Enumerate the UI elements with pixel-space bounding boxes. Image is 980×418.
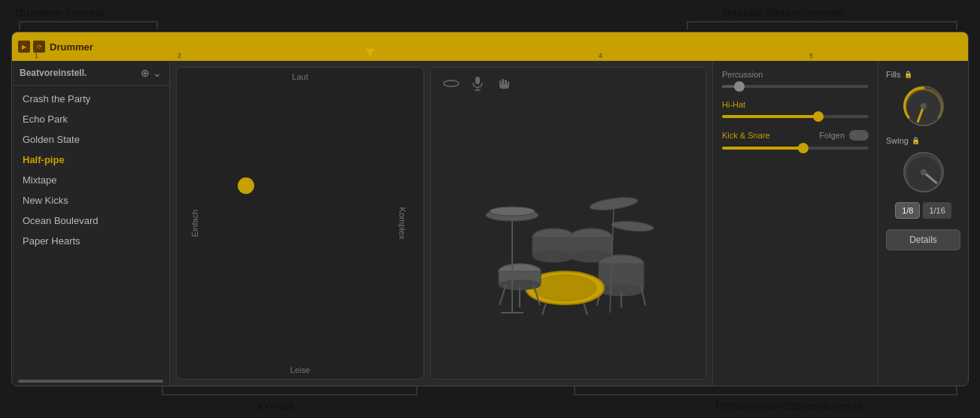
- main-ui: ▶ ⟳ Drummer 1 2 4 5 Beatvoreinstell. ⊕ ⌄: [11, 32, 969, 386]
- ruler-mark-5: 5: [809, 52, 813, 59]
- xy-pad[interactable]: Laut Leise Einfach Komplex: [176, 67, 424, 380]
- drum-panels: Laut Leise Einfach Komplex: [170, 61, 968, 386]
- drumkit-icons: [431, 68, 705, 103]
- sidebar-header-icons: ⊕ ⌄: [141, 67, 162, 79]
- drum-svg-container: [431, 103, 705, 379]
- svg-point-34: [921, 103, 927, 109]
- kick-snare-slider[interactable]: [722, 147, 869, 150]
- xy-label-komplex: Komplex: [399, 207, 408, 240]
- hihat-slider[interactable]: [722, 115, 869, 118]
- svg-point-10: [532, 250, 575, 262]
- ruler-mark-4: 4: [599, 52, 602, 59]
- drumkit-area: [430, 67, 706, 380]
- swing-knob[interactable]: [901, 150, 946, 195]
- fills-label: Fills 🔒: [886, 70, 960, 79]
- svg-point-21: [533, 275, 596, 301]
- percussion-label: Percussion: [722, 70, 869, 79]
- kick-snare-section: Kick & Snare Folgen: [722, 130, 869, 151]
- preset-golden-state[interactable]: Golden State: [12, 129, 169, 150]
- folgen-label: Folgen: [819, 131, 845, 140]
- swing-lock-icon[interactable]: 🔒: [912, 137, 920, 144]
- ruler-mark-2: 2: [177, 52, 181, 59]
- details-button[interactable]: Details: [886, 229, 960, 250]
- svg-line-22: [542, 303, 546, 315]
- percussion-slider[interactable]: [722, 85, 869, 88]
- hihat-section: Hi-Hat: [722, 100, 869, 120]
- content-area: Beatvoreinstell. ⊕ ⌄ Crash the Party Ech…: [12, 61, 968, 386]
- annotation-drumkit-controls: Drumkit-Steuerelemente: [722, 6, 845, 19]
- xy-dot[interactable]: [238, 177, 254, 194]
- sidebar: Beatvoreinstell. ⊕ ⌄ Crash the Party Ech…: [12, 61, 170, 386]
- preset-new-kicks[interactable]: New Kicks: [12, 190, 169, 211]
- preset-mixtape[interactable]: Mixtape: [12, 170, 169, 190]
- hihat-label: Hi-Hat: [722, 100, 869, 109]
- preset-echo-park[interactable]: Echo Park: [12, 109, 169, 129]
- kick-snare-label: Kick & Snare: [722, 131, 770, 140]
- mic-icon[interactable]: [470, 75, 485, 95]
- folgen-toggle[interactable]: [849, 130, 869, 141]
- preset-crash-the-party[interactable]: Crash the Party: [12, 89, 169, 109]
- add-preset-icon[interactable]: ⊕: [141, 67, 150, 79]
- swing-section: Swing 🔒: [886, 136, 960, 195]
- sidebar-scrollbar[interactable]: [18, 380, 163, 383]
- xy-label-laut: Laut: [292, 72, 308, 81]
- chevron-down-icon[interactable]: ⌄: [153, 67, 162, 79]
- drum-illustration: [471, 166, 666, 317]
- svg-line-23: [584, 303, 587, 315]
- bracket-xy-pad: [162, 386, 417, 395]
- svg-point-5: [490, 207, 535, 216]
- fills-lock-icon[interactable]: 🔒: [904, 71, 912, 78]
- percussion-section: Percussion: [722, 70, 869, 89]
- fills-section: Fills 🔒: [886, 70, 960, 129]
- preset-half-pipe[interactable]: Half-pipe: [12, 150, 169, 170]
- svg-point-7: [611, 220, 654, 232]
- transport-bar: ▶ ⟳ Drummer 1 2 4 5: [12, 32, 968, 61]
- sidebar-title: Beatvoreinstell.: [20, 68, 86, 78]
- performance-panel: Percussion Hi-Hat: [712, 61, 878, 386]
- sidebar-header: Beatvoreinstell. ⊕ ⌄: [12, 61, 169, 86]
- swing-label: Swing 🔒: [886, 136, 960, 145]
- preset-ocean-boulevard[interactable]: Ocean Boulevard: [12, 211, 169, 231]
- cymbal-icon[interactable]: [443, 75, 460, 95]
- ruler: 1 2 4 5: [12, 49, 968, 61]
- preset-paper-hearts[interactable]: Paper Hearts: [12, 231, 169, 251]
- note-btn-1-8[interactable]: 1/8: [895, 202, 920, 219]
- annotation-xy-pad: XY-Pad: [256, 399, 293, 412]
- annotation-drummer-presets: Drummer-Presets: [15, 6, 104, 19]
- kick-snare-row: Kick & Snare Folgen: [722, 130, 869, 141]
- note-btn-1-16[interactable]: 1/16: [923, 202, 951, 219]
- xy-label-einfach: Einfach: [190, 210, 199, 238]
- note-buttons: 1/8 1/16: [886, 202, 960, 219]
- ruler-mark-1: 1: [35, 52, 38, 59]
- svg-rect-1: [475, 77, 480, 84]
- hand-icon[interactable]: [496, 75, 512, 95]
- xy-label-leise: Leise: [290, 365, 310, 374]
- bracket-performance-controls: [574, 386, 957, 395]
- bracket-drumkit-controls: [687, 21, 957, 30]
- fills-panel: Fills 🔒: [878, 61, 968, 386]
- svg-point-0: [444, 80, 459, 86]
- fills-knob[interactable]: [901, 83, 946, 129]
- bracket-drummer-presets: [19, 21, 158, 30]
- center-area: Laut Leise Einfach Komplex: [170, 61, 968, 386]
- annotation-performance-controls: Performance-Steuerelemente: [715, 399, 863, 412]
- preset-list: Crash the Party Echo Park Golden State H…: [12, 86, 169, 377]
- svg-point-36: [921, 169, 927, 175]
